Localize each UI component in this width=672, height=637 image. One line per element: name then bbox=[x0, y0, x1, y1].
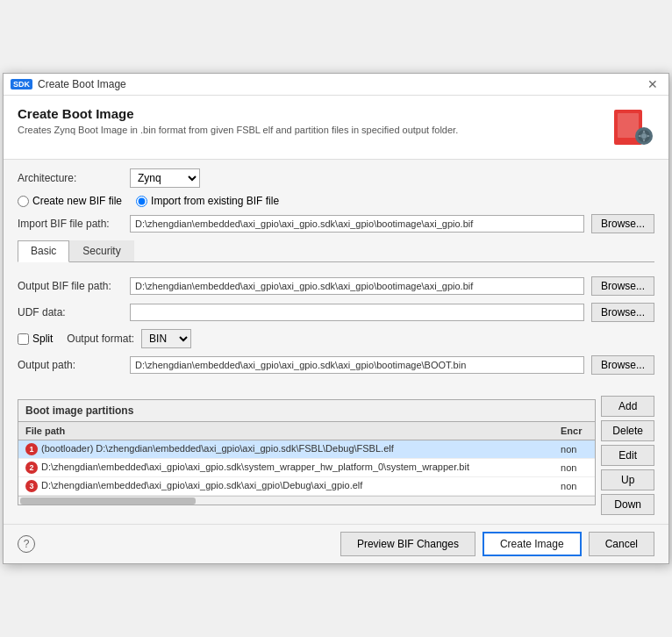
tabs: Basic Security bbox=[18, 240, 654, 262]
udf-data-label: UDF data: bbox=[18, 306, 123, 318]
output-bif-path-row: Output BIF file path: Browse... bbox=[18, 276, 654, 296]
header-section: Create Boot Image Creates Zynq Boot Imag… bbox=[4, 96, 668, 160]
scrollbar-thumb bbox=[20, 497, 196, 505]
output-bif-path-input[interactable] bbox=[130, 277, 584, 295]
col-encryption: Encr bbox=[554, 422, 595, 440]
partition-filepath: 3D:\zhengdian\embedded\axi_gpio\axi_gpio… bbox=[18, 477, 554, 496]
partitions-table-header-row: File path Encr bbox=[18, 422, 595, 440]
partitions-section: Boot image partitions File path Encr bbox=[18, 399, 596, 505]
create-new-bif-radio[interactable] bbox=[18, 196, 29, 207]
footer: ? Preview BIF Changes Create Image Cance… bbox=[4, 524, 668, 563]
output-path-label: Output path: bbox=[18, 359, 123, 371]
edit-button[interactable]: Edit bbox=[601, 445, 654, 466]
split-checkbox[interactable] bbox=[18, 333, 29, 345]
partition-encryption: non bbox=[554, 440, 595, 459]
partition-encryption: non bbox=[554, 459, 595, 477]
architecture-row: Architecture: Zynq ZynqMP Versal bbox=[18, 168, 654, 188]
output-format-select[interactable]: BIN MCS HEX bbox=[141, 329, 191, 348]
title-bar-left: SDK Create Boot Image bbox=[11, 78, 126, 90]
add-button[interactable]: Add bbox=[601, 396, 654, 417]
table-row[interactable]: 2D:\zhengdian\embedded\axi_gpio\axi_gpio… bbox=[18, 459, 595, 477]
partitions-table-wrap[interactable]: File path Encr 1(bootloader) D:\zhengdia… bbox=[18, 422, 595, 496]
udf-data-input[interactable] bbox=[130, 304, 584, 321]
dialog-title: Create Boot Image bbox=[38, 78, 126, 90]
create-new-bif-label: Create new BIF file bbox=[32, 195, 122, 207]
preview-bif-button[interactable]: Preview BIF Changes bbox=[340, 532, 475, 556]
title-bar: SDK Create Boot Image ✕ bbox=[4, 74, 668, 96]
output-path-browse-button[interactable]: Browse... bbox=[591, 355, 654, 375]
output-path-input[interactable] bbox=[130, 356, 584, 374]
split-label: Split bbox=[32, 333, 53, 345]
basic-tab-content: Output BIF file path: Browse... UDF data… bbox=[18, 269, 654, 389]
close-button[interactable]: ✕ bbox=[644, 77, 661, 91]
partitions-tbody: 1(bootloader) D:\zhengdian\embedded\axi_… bbox=[18, 440, 595, 496]
table-row[interactable]: 3D:\zhengdian\embedded\axi_gpio\axi_gpio… bbox=[18, 477, 595, 496]
boot-image-icon bbox=[612, 106, 654, 148]
partition-encryption: non bbox=[554, 477, 595, 496]
import-bif-option[interactable]: Import from existing BIF file bbox=[136, 195, 279, 207]
import-bif-path-input[interactable] bbox=[130, 215, 584, 233]
split-format-row: Split Output format: BIN MCS HEX bbox=[18, 329, 654, 348]
up-button[interactable]: Up bbox=[601, 469, 654, 490]
horizontal-scrollbar[interactable] bbox=[18, 496, 595, 505]
import-bif-path-label: Import BIF file path: bbox=[18, 218, 123, 230]
partition-filepath: 2D:\zhengdian\embedded\axi_gpio\axi_gpio… bbox=[18, 459, 554, 477]
help-button[interactable]: ? bbox=[18, 535, 35, 553]
tab-security[interactable]: Security bbox=[69, 240, 133, 261]
content: Architecture: Zynq ZynqMP Versal Create … bbox=[4, 160, 668, 524]
udf-data-row: UDF data: Browse... bbox=[18, 303, 654, 322]
delete-button[interactable]: Delete bbox=[601, 420, 654, 441]
header-text: Create Boot Image Creates Zynq Boot Imag… bbox=[18, 106, 458, 135]
header-title: Create Boot Image bbox=[18, 106, 458, 121]
import-bif-path-row: Import BIF file path: Browse... bbox=[18, 214, 654, 233]
architecture-select[interactable]: Zynq ZynqMP Versal bbox=[130, 168, 200, 188]
udf-browse-button[interactable]: Browse... bbox=[591, 303, 654, 322]
tab-basic[interactable]: Basic bbox=[18, 240, 69, 262]
svg-point-4 bbox=[641, 133, 647, 139]
sdk-badge: SDK bbox=[11, 79, 32, 89]
create-new-bif-option[interactable]: Create new BIF file bbox=[18, 195, 122, 207]
table-row[interactable]: 1(bootloader) D:\zhengdian\embedded\axi_… bbox=[18, 440, 595, 459]
cancel-button[interactable]: Cancel bbox=[589, 532, 654, 556]
header-icon bbox=[612, 106, 654, 148]
side-buttons: Add Delete Edit Up Down bbox=[601, 396, 654, 515]
split-checkbox-label[interactable]: Split bbox=[18, 333, 53, 345]
bif-source-radio-group: Create new BIF file Import from existing… bbox=[18, 195, 654, 207]
output-bif-path-label: Output BIF file path: bbox=[18, 280, 123, 292]
footer-right: Preview BIF Changes Create Image Cancel bbox=[340, 532, 654, 556]
import-bif-radio[interactable] bbox=[136, 196, 147, 207]
partitions-outer: Boot image partitions File path Encr bbox=[18, 396, 654, 515]
architecture-label: Architecture: bbox=[18, 172, 123, 184]
import-bif-browse-button[interactable]: Browse... bbox=[591, 214, 654, 233]
partitions-inner: Boot image partitions File path Encr bbox=[18, 396, 596, 505]
output-format-label: Output format: bbox=[67, 333, 134, 345]
partitions-header: Boot image partitions bbox=[18, 400, 595, 422]
header-description: Creates Zynq Boot Image in .bin format f… bbox=[18, 125, 458, 135]
output-format-group: Output format: BIN MCS HEX bbox=[67, 329, 191, 348]
create-image-button[interactable]: Create Image bbox=[483, 532, 582, 556]
output-path-row: Output path: Browse... bbox=[18, 355, 654, 375]
create-boot-image-dialog: SDK Create Boot Image ✕ Create Boot Imag… bbox=[3, 73, 669, 564]
output-bif-browse-button[interactable]: Browse... bbox=[591, 276, 654, 296]
partition-filepath: 1(bootloader) D:\zhengdian\embedded\axi_… bbox=[18, 440, 554, 459]
col-filepath: File path bbox=[18, 422, 554, 440]
import-bif-label: Import from existing BIF file bbox=[151, 195, 279, 207]
down-button[interactable]: Down bbox=[601, 494, 654, 515]
partitions-table: File path Encr 1(bootloader) D:\zhengdia… bbox=[18, 422, 595, 496]
